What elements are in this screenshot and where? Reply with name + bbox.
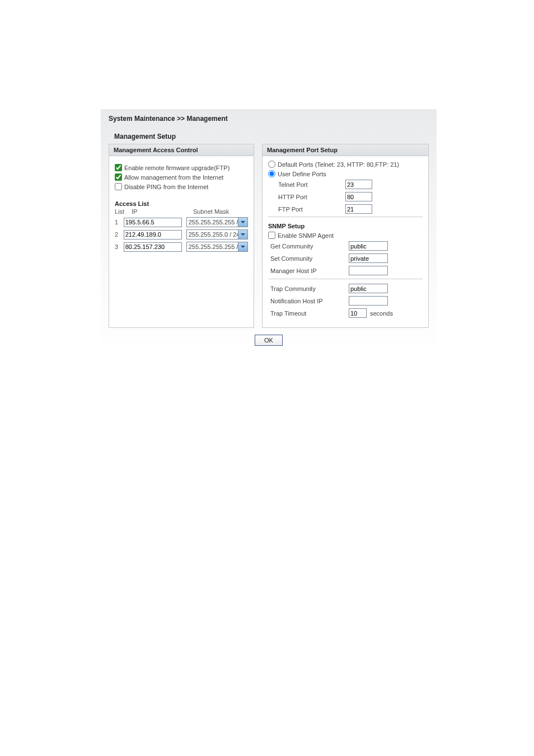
manager-host-ip-label: Manager Host IP — [268, 267, 349, 274]
telnet-port-label: Telnet Port — [278, 181, 345, 188]
breadcrumb: System Maintenance >> Management — [109, 115, 429, 123]
access-control-header: Management Access Control — [109, 144, 254, 156]
default-ports-label: Default Ports (Telnet: 23, HTTP: 80,FTP:… — [278, 161, 399, 168]
trap-community-label: Trap Community — [268, 285, 349, 292]
row-index: 3 — [115, 243, 124, 250]
set-community-label: Set Community — [268, 255, 349, 262]
col-list: List — [115, 208, 132, 215]
get-community-input[interactable] — [349, 241, 388, 251]
allow-internet-mgmt-label: Allow management from the Internet — [124, 174, 223, 181]
mask-select-2[interactable]: 255.255.255.0 / 24 — [186, 229, 248, 240]
ftp-port-label: FTP Port — [278, 206, 345, 213]
notification-host-ip-label: Notification Host IP — [268, 298, 349, 304]
get-community-label: Get Community — [268, 243, 349, 250]
set-community-input[interactable] — [349, 253, 388, 263]
ftp-port-input[interactable] — [345, 204, 372, 214]
disable-ping-label: Disable PING from the Internet — [124, 184, 208, 190]
ip-input-3[interactable] — [124, 242, 182, 252]
ok-button[interactable]: OK — [255, 335, 283, 346]
user-define-ports-radio[interactable] — [268, 170, 275, 177]
chevron-down-icon[interactable] — [238, 242, 247, 251]
mask-select-3[interactable]: 255.255.255.255 / 32 — [186, 242, 248, 252]
mask-value-2: 255.255.255.0 / 24 — [189, 231, 240, 238]
enable-snmp-label: Enable SNMP Agent — [278, 232, 334, 239]
manager-host-ip-input[interactable] — [349, 266, 388, 275]
col-ip: IP — [132, 208, 190, 215]
disable-ping-checkbox[interactable] — [115, 183, 122, 190]
port-setup-header: Management Port Setup — [263, 144, 428, 156]
mask-select-1[interactable]: 255.255.255.255 / 32 — [186, 217, 248, 227]
trap-timeout-label: Trap Timeout — [268, 310, 349, 317]
access-list-title: Access List — [115, 200, 248, 207]
row-index: 1 — [115, 219, 124, 226]
http-port-label: HTTP Port — [278, 194, 345, 200]
chevron-down-icon[interactable] — [238, 230, 247, 239]
setup-title: Management Setup — [109, 133, 429, 140]
trap-timeout-input[interactable] — [349, 308, 367, 318]
http-port-input[interactable] — [345, 192, 372, 201]
list-row: 2 255.255.255.0 / 24 — [115, 229, 248, 240]
telnet-port-input[interactable] — [345, 180, 372, 189]
notification-host-ip-input[interactable] — [349, 296, 388, 306]
management-panel: System Maintenance >> Management Managem… — [101, 109, 437, 354]
access-control-panel: Management Access Control Enable remote … — [109, 144, 254, 328]
enable-snmp-checkbox[interactable] — [268, 232, 275, 239]
trap-timeout-unit: seconds — [367, 310, 393, 317]
ip-input-2[interactable] — [124, 230, 182, 240]
default-ports-radio[interactable] — [268, 161, 275, 168]
snmp-setup-title: SNMP Setup — [268, 223, 423, 229]
row-index: 2 — [115, 231, 124, 238]
col-mask: Subnet Mask — [190, 208, 248, 215]
list-row: 1 255.255.255.255 / 32 — [115, 217, 248, 227]
divider — [268, 279, 423, 279]
ip-input-1[interactable] — [124, 218, 182, 227]
user-define-ports-label: User Define Ports — [278, 171, 326, 177]
chevron-down-icon[interactable] — [238, 218, 247, 227]
trap-community-input[interactable] — [349, 284, 388, 293]
allow-internet-mgmt-checkbox[interactable] — [115, 173, 122, 181]
enable-ftp-upgrade-label: Enable remote firmware upgrade(FTP) — [124, 165, 229, 171]
enable-ftp-upgrade-checkbox[interactable] — [115, 164, 122, 171]
divider — [268, 217, 423, 217]
port-setup-panel: Management Port Setup Default Ports (Tel… — [262, 144, 429, 328]
list-row: 3 255.255.255.255 / 32 — [115, 242, 248, 252]
